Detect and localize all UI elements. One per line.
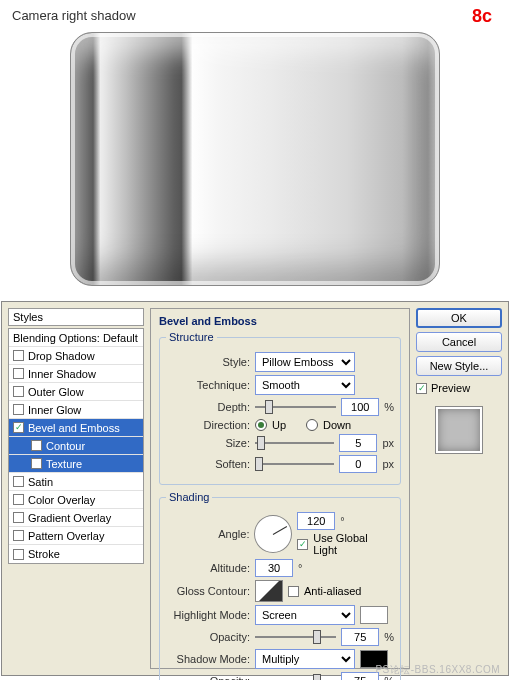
pct1: % — [384, 631, 394, 643]
style-row-texture[interactable]: Texture — [9, 455, 143, 473]
preview-checkbox[interactable] — [416, 383, 427, 394]
style-label: Pattern Overlay — [28, 530, 104, 542]
style-row-outer-glow[interactable]: Outer Glow — [9, 383, 143, 401]
step-badge: 8c — [472, 6, 492, 27]
style-label: Texture — [46, 458, 82, 470]
soften-label: Soften: — [166, 458, 250, 470]
highlight-mode-select[interactable]: Screen — [255, 605, 355, 625]
style-checkbox[interactable] — [13, 494, 24, 505]
styles-header[interactable]: Styles — [8, 308, 144, 326]
highlight-opacity-slider[interactable] — [255, 628, 336, 646]
direction-down-radio[interactable] — [306, 419, 318, 431]
style-row-pattern-overlay[interactable]: Pattern Overlay — [9, 527, 143, 545]
style-checkbox[interactable] — [31, 458, 42, 469]
soften-unit: px — [382, 458, 394, 470]
global-light-checkbox[interactable] — [297, 539, 308, 550]
cancel-button[interactable]: Cancel — [416, 332, 502, 352]
depth-unit: % — [384, 401, 394, 413]
anti-aliased-label: Anti-aliased — [304, 585, 361, 597]
style-row-color-overlay[interactable]: Color Overlay — [9, 491, 143, 509]
size-slider[interactable] — [255, 434, 334, 452]
new-style-button[interactable]: New Style... — [416, 356, 502, 376]
style-checkbox[interactable] — [13, 549, 24, 560]
style-checkbox[interactable] — [31, 440, 42, 451]
angle-widget[interactable] — [254, 515, 292, 553]
style-checkbox[interactable] — [13, 386, 24, 397]
style-label: Bevel and Emboss — [28, 422, 120, 434]
angle-input[interactable] — [297, 512, 335, 530]
ok-button[interactable]: OK — [416, 308, 502, 328]
technique-select[interactable]: Smooth — [255, 375, 355, 395]
altitude-label: Altitude: — [166, 562, 250, 574]
soften-input[interactable] — [339, 455, 377, 473]
altitude-unit: ° — [298, 562, 302, 574]
shading-group: Shading Angle: ° Use Global Light Altitu… — [159, 491, 401, 680]
gloss-contour-picker[interactable] — [255, 580, 283, 602]
shadow-opacity-input[interactable] — [341, 672, 379, 680]
angle-label: Angle: — [166, 528, 249, 540]
shadow-mode-select[interactable]: Multiply — [255, 649, 355, 669]
shadow-opacity-label: Opacity: — [166, 675, 250, 680]
highlight-mode-label: Highlight Mode: — [166, 609, 250, 621]
style-select[interactable]: Pillow Emboss — [255, 352, 355, 372]
up-label: Up — [272, 419, 286, 431]
style-label: Style: — [166, 356, 250, 368]
anti-aliased-checkbox[interactable] — [288, 586, 299, 597]
style-row-stroke[interactable]: Stroke — [9, 545, 143, 563]
watermark: PS论坛-BBS.16XX8.COM — [375, 663, 500, 677]
style-label: Contour — [46, 440, 85, 452]
preview-label: Preview — [431, 382, 470, 394]
style-checkbox[interactable] — [13, 512, 24, 523]
structure-group: Structure Style: Pillow Emboss Technique… — [159, 331, 401, 485]
blending-options-row[interactable]: Blending Options: Default — [9, 329, 143, 347]
camera-preview — [70, 32, 440, 286]
direction-label: Direction: — [166, 419, 250, 431]
shadow-mode-label: Shadow Mode: — [166, 653, 250, 665]
gloss-contour-label: Gloss Contour: — [166, 585, 250, 597]
size-input[interactable] — [339, 434, 377, 452]
structure-legend: Structure — [166, 331, 217, 343]
style-label: Drop Shadow — [28, 350, 95, 362]
highlight-opacity-input[interactable] — [341, 628, 379, 646]
style-label: Satin — [28, 476, 53, 488]
depth-label: Depth: — [166, 401, 250, 413]
style-checkbox[interactable] — [13, 530, 24, 541]
page-title: Camera right shadow — [12, 8, 498, 23]
highlight-color-swatch[interactable] — [360, 606, 388, 624]
global-light-label: Use Global Light — [313, 532, 394, 556]
style-checkbox[interactable] — [13, 422, 24, 433]
size-label: Size: — [166, 437, 250, 449]
depth-input[interactable] — [341, 398, 379, 416]
style-label: Outer Glow — [28, 386, 84, 398]
panel-title: Bevel and Emboss — [159, 315, 401, 327]
style-checkbox[interactable] — [13, 350, 24, 361]
style-row-inner-glow[interactable]: Inner Glow — [9, 401, 143, 419]
style-label: Inner Glow — [28, 404, 81, 416]
shading-legend: Shading — [166, 491, 212, 503]
style-checkbox[interactable] — [13, 368, 24, 379]
style-row-satin[interactable]: Satin — [9, 473, 143, 491]
layer-style-dialog: Styles Blending Options: Default Drop Sh… — [1, 301, 509, 676]
shadow-opacity-slider[interactable] — [255, 672, 336, 680]
style-row-contour[interactable]: Contour — [9, 437, 143, 455]
direction-up-radio[interactable] — [255, 419, 267, 431]
style-checkbox[interactable] — [13, 404, 24, 415]
angle-unit: ° — [340, 515, 344, 527]
style-row-gradient-overlay[interactable]: Gradient Overlay — [9, 509, 143, 527]
preview-thumbnail — [435, 406, 483, 454]
depth-slider[interactable] — [255, 398, 336, 416]
style-row-drop-shadow[interactable]: Drop Shadow — [9, 347, 143, 365]
style-row-inner-shadow[interactable]: Inner Shadow — [9, 365, 143, 383]
altitude-input[interactable] — [255, 559, 293, 577]
down-label: Down — [323, 419, 351, 431]
highlight-opacity-label: Opacity: — [166, 631, 250, 643]
size-unit: px — [382, 437, 394, 449]
style-label: Stroke — [28, 548, 60, 560]
style-label: Gradient Overlay — [28, 512, 111, 524]
style-row-bevel-and-emboss[interactable]: Bevel and Emboss — [9, 419, 143, 437]
soften-slider[interactable] — [255, 455, 334, 473]
style-label: Color Overlay — [28, 494, 95, 506]
technique-label: Technique: — [166, 379, 250, 391]
style-checkbox[interactable] — [13, 476, 24, 487]
style-label: Inner Shadow — [28, 368, 96, 380]
